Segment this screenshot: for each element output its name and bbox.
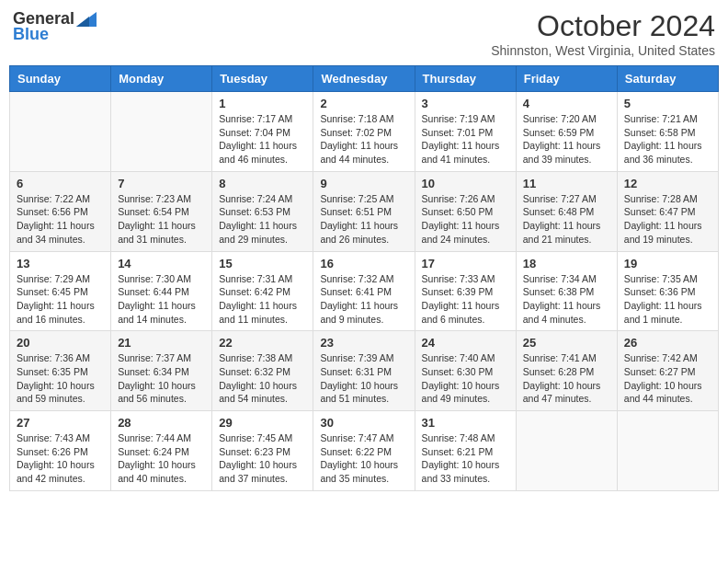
day-number: 2 <box>320 97 407 110</box>
calendar-cell: 28Sunrise: 7:44 AM Sunset: 6:24 PM Dayli… <box>111 411 212 491</box>
calendar-cell: 13Sunrise: 7:29 AM Sunset: 6:45 PM Dayli… <box>10 251 111 331</box>
day-number: 20 <box>17 336 104 350</box>
calendar-cell: 10Sunrise: 7:26 AM Sunset: 6:50 PM Dayli… <box>415 171 516 251</box>
calendar-cell: 14Sunrise: 7:30 AM Sunset: 6:44 PM Dayli… <box>111 251 212 331</box>
logo-icon <box>76 12 97 27</box>
calendar-cell: 27Sunrise: 7:43 AM Sunset: 6:26 PM Dayli… <box>10 411 111 491</box>
calendar-cell: 16Sunrise: 7:32 AM Sunset: 6:41 PM Dayli… <box>313 251 415 331</box>
calendar-week-row: 13Sunrise: 7:29 AM Sunset: 6:45 PM Dayli… <box>10 251 719 331</box>
day-number: 18 <box>523 257 610 270</box>
calendar-cell: 15Sunrise: 7:31 AM Sunset: 6:42 PM Dayli… <box>212 251 313 331</box>
cell-content: Sunrise: 7:23 AM Sunset: 6:54 PM Dayligh… <box>118 192 205 247</box>
day-number: 12 <box>624 177 711 190</box>
calendar-header-monday: Monday <box>111 66 212 92</box>
calendar-week-row: 1Sunrise: 7:17 AM Sunset: 7:04 PM Daylig… <box>10 92 719 172</box>
cell-content: Sunrise: 7:18 AM Sunset: 7:02 PM Dayligh… <box>320 112 407 167</box>
day-number: 9 <box>320 177 407 190</box>
calendar-week-row: 6Sunrise: 7:22 AM Sunset: 6:56 PM Daylig… <box>10 171 719 251</box>
calendar-header-thursday: Thursday <box>415 66 516 92</box>
cell-content: Sunrise: 7:31 AM Sunset: 6:42 PM Dayligh… <box>219 272 306 327</box>
day-number: 8 <box>219 177 306 190</box>
calendar-week-row: 27Sunrise: 7:43 AM Sunset: 6:26 PM Dayli… <box>10 411 719 491</box>
cell-content: Sunrise: 7:29 AM Sunset: 6:45 PM Dayligh… <box>17 272 104 327</box>
cell-content: Sunrise: 7:21 AM Sunset: 6:58 PM Dayligh… <box>624 112 711 167</box>
cell-content: Sunrise: 7:30 AM Sunset: 6:44 PM Dayligh… <box>118 272 205 327</box>
cell-content: Sunrise: 7:34 AM Sunset: 6:38 PM Dayligh… <box>523 272 610 327</box>
logo: General Blue <box>13 9 97 44</box>
day-number: 21 <box>118 336 205 350</box>
cell-content: Sunrise: 7:26 AM Sunset: 6:50 PM Dayligh… <box>422 192 509 247</box>
calendar-cell: 25Sunrise: 7:41 AM Sunset: 6:28 PM Dayli… <box>516 331 617 411</box>
cell-content: Sunrise: 7:48 AM Sunset: 6:21 PM Dayligh… <box>422 431 509 486</box>
cell-content: Sunrise: 7:40 AM Sunset: 6:30 PM Dayligh… <box>422 351 509 406</box>
day-number: 13 <box>17 257 104 270</box>
cell-content: Sunrise: 7:42 AM Sunset: 6:27 PM Dayligh… <box>624 351 711 406</box>
calendar-cell: 8Sunrise: 7:24 AM Sunset: 6:53 PM Daylig… <box>212 171 313 251</box>
logo-blue-text: Blue <box>13 25 49 44</box>
day-number: 10 <box>422 177 509 190</box>
cell-content: Sunrise: 7:19 AM Sunset: 7:01 PM Dayligh… <box>422 112 509 167</box>
calendar-cell: 20Sunrise: 7:36 AM Sunset: 6:35 PM Dayli… <box>10 331 111 411</box>
cell-content: Sunrise: 7:37 AM Sunset: 6:34 PM Dayligh… <box>118 351 205 406</box>
calendar-cell: 23Sunrise: 7:39 AM Sunset: 6:31 PM Dayli… <box>313 331 415 411</box>
calendar-cell: 9Sunrise: 7:25 AM Sunset: 6:51 PM Daylig… <box>313 171 415 251</box>
calendar-cell: 22Sunrise: 7:38 AM Sunset: 6:32 PM Dayli… <box>212 331 313 411</box>
day-number: 19 <box>624 257 711 270</box>
day-number: 28 <box>118 416 205 430</box>
cell-content: Sunrise: 7:22 AM Sunset: 6:56 PM Dayligh… <box>17 192 104 247</box>
calendar-cell <box>10 92 111 172</box>
calendar-cell: 29Sunrise: 7:45 AM Sunset: 6:23 PM Dayli… <box>212 411 313 491</box>
calendar-header-wednesday: Wednesday <box>313 66 415 92</box>
calendar-header-tuesday: Tuesday <box>212 66 313 92</box>
calendar-table: SundayMondayTuesdayWednesdayThursdayFrid… <box>9 65 719 491</box>
calendar-cell: 19Sunrise: 7:35 AM Sunset: 6:36 PM Dayli… <box>617 251 718 331</box>
cell-content: Sunrise: 7:17 AM Sunset: 7:04 PM Dayligh… <box>219 112 306 167</box>
cell-content: Sunrise: 7:28 AM Sunset: 6:47 PM Dayligh… <box>624 192 711 247</box>
cell-content: Sunrise: 7:38 AM Sunset: 6:32 PM Dayligh… <box>219 351 306 406</box>
day-number: 25 <box>523 336 610 350</box>
calendar-cell: 6Sunrise: 7:22 AM Sunset: 6:56 PM Daylig… <box>10 171 111 251</box>
cell-content: Sunrise: 7:41 AM Sunset: 6:28 PM Dayligh… <box>523 351 610 406</box>
day-number: 26 <box>624 336 711 350</box>
calendar-cell: 17Sunrise: 7:33 AM Sunset: 6:39 PM Dayli… <box>415 251 516 331</box>
calendar-cell: 18Sunrise: 7:34 AM Sunset: 6:38 PM Dayli… <box>516 251 617 331</box>
day-number: 4 <box>523 97 610 110</box>
day-number: 29 <box>219 416 306 430</box>
calendar-header-friday: Friday <box>516 66 617 92</box>
day-number: 31 <box>422 416 509 430</box>
svg-marker-1 <box>76 17 89 27</box>
cell-content: Sunrise: 7:39 AM Sunset: 6:31 PM Dayligh… <box>320 351 407 406</box>
calendar-cell: 2Sunrise: 7:18 AM Sunset: 7:02 PM Daylig… <box>313 92 415 172</box>
day-number: 24 <box>422 336 509 350</box>
day-number: 15 <box>219 257 306 270</box>
day-number: 6 <box>17 177 104 190</box>
day-number: 1 <box>219 97 306 110</box>
day-number: 7 <box>118 177 205 190</box>
calendar-cell: 12Sunrise: 7:28 AM Sunset: 6:47 PM Dayli… <box>617 171 718 251</box>
calendar-cell: 11Sunrise: 7:27 AM Sunset: 6:48 PM Dayli… <box>516 171 617 251</box>
month-title: October 2024 <box>491 9 715 43</box>
calendar-cell: 24Sunrise: 7:40 AM Sunset: 6:30 PM Dayli… <box>415 331 516 411</box>
day-number: 27 <box>17 416 104 430</box>
cell-content: Sunrise: 7:36 AM Sunset: 6:35 PM Dayligh… <box>17 351 104 406</box>
calendar-cell <box>111 92 212 172</box>
calendar-cell: 30Sunrise: 7:47 AM Sunset: 6:22 PM Dayli… <box>313 411 415 491</box>
calendar-header-row: SundayMondayTuesdayWednesdayThursdayFrid… <box>10 66 719 92</box>
day-number: 5 <box>624 97 711 110</box>
day-number: 23 <box>320 336 407 350</box>
calendar-cell: 4Sunrise: 7:20 AM Sunset: 6:59 PM Daylig… <box>516 92 617 172</box>
calendar-cell: 3Sunrise: 7:19 AM Sunset: 7:01 PM Daylig… <box>415 92 516 172</box>
calendar-cell: 5Sunrise: 7:21 AM Sunset: 6:58 PM Daylig… <box>617 92 718 172</box>
cell-content: Sunrise: 7:32 AM Sunset: 6:41 PM Dayligh… <box>320 272 407 327</box>
calendar-cell <box>516 411 617 491</box>
cell-content: Sunrise: 7:20 AM Sunset: 6:59 PM Dayligh… <box>523 112 610 167</box>
cell-content: Sunrise: 7:33 AM Sunset: 6:39 PM Dayligh… <box>422 272 509 327</box>
cell-content: Sunrise: 7:35 AM Sunset: 6:36 PM Dayligh… <box>624 272 711 327</box>
day-number: 30 <box>320 416 407 430</box>
calendar-cell <box>617 411 718 491</box>
location: Shinnston, West Virginia, United States <box>491 43 715 58</box>
calendar-header-saturday: Saturday <box>617 66 718 92</box>
cell-content: Sunrise: 7:47 AM Sunset: 6:22 PM Dayligh… <box>320 431 407 486</box>
calendar-week-row: 20Sunrise: 7:36 AM Sunset: 6:35 PM Dayli… <box>10 331 719 411</box>
calendar-cell: 7Sunrise: 7:23 AM Sunset: 6:54 PM Daylig… <box>111 171 212 251</box>
